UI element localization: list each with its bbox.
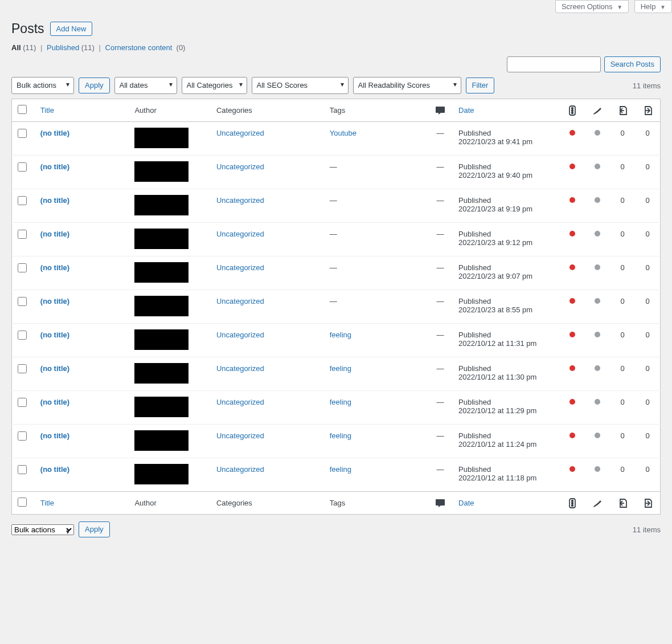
category-link[interactable]: Uncategorized [216,129,264,137]
help-button[interactable]: Help ▼ [634,0,672,13]
category-link[interactable]: Uncategorized [216,162,264,171]
col-author-bottom: Author [129,492,211,515]
tag-link[interactable]: feeling [330,331,351,339]
incoming-links-count: 0 [635,156,660,189]
screen-options-button[interactable]: Screen Options ▼ [555,0,629,13]
row-checkbox[interactable] [18,263,27,272]
author-redacted [134,161,189,182]
comments-count: — [436,297,444,305]
post-title-link[interactable]: (no title) [40,364,69,373]
post-title-link[interactable]: (no title) [40,465,69,474]
seo-score-filter-select[interactable]: All SEO Scores [252,77,349,94]
comments-icon[interactable] [428,492,453,515]
comments-count: — [436,398,444,406]
incoming-links-count: 0 [635,324,660,357]
incoming-links-icon[interactable] [635,99,660,122]
tag-link[interactable]: feeling [330,465,351,474]
add-new-button[interactable]: Add New [50,22,93,36]
row-checkbox[interactable] [18,297,27,306]
category-link[interactable]: Uncategorized [216,331,264,339]
row-checkbox[interactable] [18,162,27,172]
apply-bulk-button-bottom[interactable]: Apply [79,521,110,537]
seo-score-icon[interactable] [560,99,585,122]
date-filter-select[interactable]: All dates [114,77,177,94]
chevron-down-icon: ▼ [617,4,622,10]
post-status: Published [458,297,554,305]
post-title-link[interactable]: (no title) [40,129,69,137]
tag-link[interactable]: feeling [330,364,351,373]
tag-link[interactable]: feeling [330,431,351,440]
category-link[interactable]: Uncategorized [216,297,264,305]
outgoing-links-icon[interactable] [610,99,635,122]
no-tags: — [330,162,337,171]
row-checkbox[interactable] [18,331,27,340]
post-title-link[interactable]: (no title) [40,331,69,339]
post-title-link[interactable]: (no title) [40,263,69,272]
filter-published-link[interactable]: Published [47,43,79,52]
outgoing-links-icon[interactable] [610,492,635,515]
post-title-link[interactable]: (no title) [40,230,69,238]
readability-icon[interactable] [585,99,610,122]
readability-icon[interactable] [585,492,610,515]
col-date-sort-bottom[interactable]: Date [458,499,474,507]
incoming-links-count: 0 [635,357,660,391]
category-link[interactable]: Uncategorized [216,263,264,272]
row-checkbox[interactable] [18,364,27,373]
table-row: (no title) Uncategorized feeling — Publi… [12,357,661,391]
post-title-link[interactable]: (no title) [40,398,69,406]
category-link[interactable]: Uncategorized [216,431,264,440]
outgoing-links-count: 0 [610,458,635,492]
category-link[interactable]: Uncategorized [216,364,264,373]
help-label: Help [641,2,656,11]
category-link[interactable]: Uncategorized [216,465,264,474]
category-link[interactable]: Uncategorized [216,196,264,205]
category-filter-select[interactable]: All Categories [182,77,247,94]
row-checkbox[interactable] [18,398,27,407]
outgoing-links-count: 0 [610,122,635,156]
post-date: 2022/10/12 at 11:29 pm [458,406,554,415]
row-checkbox[interactable] [18,465,27,474]
readability-filter-select[interactable]: All Readability Scores [353,77,461,94]
tag-link[interactable]: feeling [330,398,351,406]
apply-bulk-button[interactable]: Apply [79,78,110,93]
outgoing-links-count: 0 [610,324,635,357]
category-link[interactable]: Uncategorized [216,230,264,238]
row-checkbox[interactable] [18,129,27,138]
search-input[interactable] [507,56,601,72]
row-checkbox[interactable] [18,431,27,441]
bulk-actions-select[interactable]: Bulk actions [11,77,74,94]
filter-button[interactable]: Filter [466,78,495,93]
post-date: 2022/10/23 at 9:12 pm [458,238,554,247]
author-redacted [134,296,189,316]
col-date-sort[interactable]: Date [458,106,474,115]
select-all-checkbox-bottom[interactable] [18,498,27,507]
filter-cornerstone-link[interactable]: Cornerstone content [105,43,173,52]
svg-point-7 [572,504,573,506]
filter-all-link[interactable]: All [11,43,21,52]
comments-icon[interactable] [428,99,453,122]
post-date: 2022/10/23 at 9:07 pm [458,272,554,280]
col-title-sort-bottom[interactable]: Title [40,499,54,507]
incoming-links-count: 0 [635,256,660,290]
svg-point-1 [572,107,573,109]
col-title-sort[interactable]: Title [40,106,54,115]
category-link[interactable]: Uncategorized [216,398,264,406]
row-checkbox[interactable] [18,196,27,205]
tag-link[interactable]: Youtube [330,129,357,137]
table-row: (no title) Uncategorized — — Published 2… [12,189,661,223]
post-title-link[interactable]: (no title) [40,297,69,305]
post-title-link[interactable]: (no title) [40,431,69,440]
post-title-link[interactable]: (no title) [40,196,69,205]
bulk-actions-select-bottom[interactable]: Bulk actions [11,524,74,535]
seo-score-dot [569,433,575,438]
comments-count: — [436,162,444,171]
post-title-link[interactable]: (no title) [40,162,69,171]
col-tags-bottom: Tags [324,492,428,515]
readability-score-dot [595,197,600,203]
incoming-links-icon[interactable] [635,492,660,515]
seo-score-icon[interactable] [560,492,585,515]
select-all-checkbox[interactable] [18,105,27,114]
row-checkbox[interactable] [18,230,27,239]
search-posts-button[interactable]: Search Posts [604,56,661,72]
table-row: (no title) Uncategorized feeling — Publi… [12,324,661,357]
